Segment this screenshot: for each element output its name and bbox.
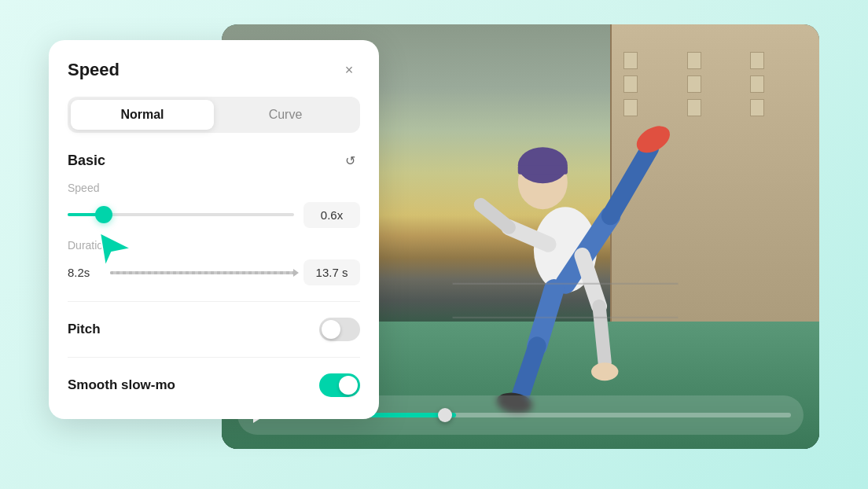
divider-1 (68, 301, 360, 302)
basic-section-header: Basic ↺ (68, 150, 360, 171)
svg-line-11 (599, 307, 605, 363)
reset-button[interactable]: ↺ (340, 150, 360, 171)
svg-rect-3 (518, 165, 568, 174)
speed-panel: Speed × Normal Curve Basic ↺ Speed 0.6x … (49, 40, 379, 419)
svg-line-5 (610, 149, 649, 216)
svg-line-8 (520, 346, 538, 397)
dancer-svg (431, 58, 700, 419)
panel-header: Speed × (68, 59, 360, 81)
speed-thumb[interactable] (95, 206, 112, 223)
basic-title: Basic (68, 153, 105, 169)
tab-normal[interactable]: Normal (71, 100, 214, 130)
speed-slider-container[interactable] (68, 213, 294, 218)
duration-label: Duration (68, 239, 360, 252)
pitch-toggle[interactable] (319, 318, 360, 341)
smooth-slowmo-row: Smooth slow-mo (68, 370, 360, 400)
panel-title: Speed (68, 60, 120, 80)
close-button[interactable]: × (338, 59, 360, 81)
duration-track[interactable] (110, 271, 296, 274)
svg-point-12 (591, 362, 618, 381)
speed-slider-row: 0.6x (68, 202, 360, 228)
speed-label: Speed (68, 182, 360, 194)
progress-thumb[interactable] (438, 408, 452, 422)
speed-track (68, 213, 294, 216)
duration-arrow-icon (293, 269, 299, 277)
smooth-toggle-knob (339, 376, 358, 395)
duration-start: 8.2s (68, 266, 102, 279)
divider-2 (68, 357, 360, 358)
pitch-row: Pitch (68, 314, 360, 344)
smooth-slowmo-label: Smooth slow-mo (68, 377, 175, 393)
duration-row: 8.2s 13.7 s (68, 259, 360, 285)
window (750, 99, 764, 116)
duration-dashes (110, 271, 296, 274)
svg-line-10 (583, 256, 600, 307)
window (750, 75, 764, 93)
pitch-label: Pitch (68, 322, 101, 337)
duration-end: 13.7 s (303, 259, 360, 285)
svg-line-14 (480, 205, 509, 228)
smooth-slowmo-toggle[interactable] (319, 373, 360, 397)
tab-toggle: Normal Curve (68, 97, 360, 133)
speed-value: 0.6x (303, 202, 360, 228)
window (750, 52, 764, 69)
tab-curve[interactable]: Curve (214, 100, 357, 130)
main-container: Speed × Normal Curve Basic ↺ Speed 0.6x … (49, 24, 819, 465)
pitch-toggle-knob (322, 320, 340, 339)
